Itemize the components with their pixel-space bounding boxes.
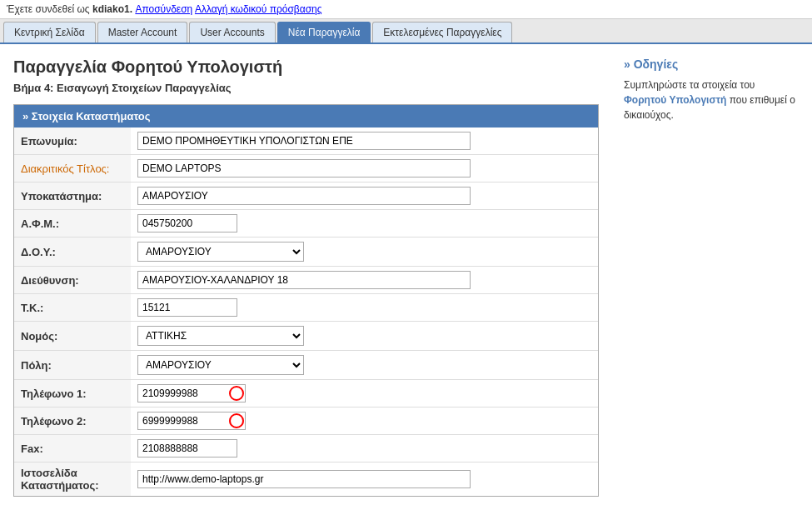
- table-row: Τ.Κ.:: [14, 294, 598, 322]
- select-nomos[interactable]: ΑΤΤΙΚΗΣ: [137, 326, 304, 346]
- section-header: » Στοιχεία Καταστήματος: [14, 105, 598, 128]
- instructions-text-part1: Συμπληρώστε τα στοιχεία του: [624, 79, 755, 91]
- username: kdiako1.: [92, 3, 132, 15]
- table-row: Πόλη: ΑΜΑΡΟΥΣΙΟΥ: [14, 351, 598, 380]
- input-afm[interactable]: [137, 214, 237, 232]
- instructions-text-highlighted: Φορητού Υπολογιστή: [624, 94, 726, 106]
- logout-link[interactable]: Αποσύνδεση: [135, 3, 192, 15]
- table-row: Υποκατάστημα:: [14, 182, 598, 210]
- label-nomos: Νομός:: [14, 322, 131, 351]
- label-ypokatasthma: Υποκατάστημα:: [14, 182, 131, 210]
- label-phone2: Τηλέφωνο 2:: [14, 408, 131, 435]
- label-eponymia: Επωνυμία:: [14, 128, 131, 155]
- tab-master[interactable]: Master Account: [97, 22, 188, 42]
- label-website: Ιστοσελίδα Καταστήματος:: [14, 462, 131, 497]
- input-eponymia[interactable]: [137, 132, 471, 150]
- left-panel: Παραγγελία Φορητού Υπολογιστή Βήμα 4: Ει…: [13, 58, 599, 497]
- label-diakritos: Διακριτικός Τίτλος:: [14, 155, 131, 182]
- tab-completed[interactable]: Εκτελεσμένες Παραγγελίες: [372, 22, 512, 42]
- label-fax: Fax:: [14, 435, 131, 462]
- table-row: Τηλέφωνο 1:: [14, 380, 598, 408]
- label-poli: Πόλη:: [14, 351, 131, 380]
- label-tk: Τ.Κ.:: [14, 294, 131, 322]
- label-diefthinsi: Διεύθυνση:: [14, 267, 131, 294]
- input-phone1[interactable]: [137, 384, 246, 402]
- tab-users[interactable]: User Accounts: [189, 22, 275, 42]
- main-content: Παραγγελία Φορητού Υπολογιστή Βήμα 4: Ει…: [0, 44, 812, 505]
- change-password-link[interactable]: Αλλαγή κωδικού πρόσβασης: [195, 3, 322, 15]
- form-table: Επωνυμία: Διακριτικός Τίτλος: Υποκατάστη…: [14, 128, 598, 496]
- table-row: Δ.Ο.Υ.: ΑΜΑΡΟΥΣΙΟΥ: [14, 238, 598, 267]
- right-panel: » Οδηγίες Συμπληρώστε τα στοιχεία του Φο…: [615, 58, 799, 497]
- phone2-wrapper: [137, 412, 246, 430]
- select-doy[interactable]: ΑΜΑΡΟΥΣΙΟΥ: [137, 242, 304, 262]
- table-row: Α.Φ.Μ.:: [14, 210, 598, 238]
- table-row: Διακριτικός Τίτλος:: [14, 155, 598, 182]
- input-phone2[interactable]: [137, 412, 246, 430]
- input-tk[interactable]: [137, 298, 237, 317]
- table-row: Ιστοσελίδα Καταστήματος:: [14, 462, 598, 497]
- label-afm: Α.Φ.Μ.:: [14, 210, 131, 238]
- table-row: Διεύθυνση:: [14, 267, 598, 294]
- input-diakritos[interactable]: [137, 159, 471, 178]
- input-fax[interactable]: [137, 439, 237, 458]
- table-row: Επωνυμία:: [14, 128, 598, 155]
- top-bar: Έχετε συνδεθεί ως kdiako1. Αποσύνδεση Αλ…: [0, 0, 812, 19]
- page-title: Παραγγελία Φορητού Υπολογιστή: [13, 58, 599, 77]
- label-phone1: Τηλέφωνο 1:: [14, 380, 131, 408]
- nav-tabs: Κεντρική Σελίδα Master Account User Acco…: [0, 19, 812, 44]
- instructions-text: Συμπληρώστε τα στοιχεία του Φορητού Υπολ…: [624, 78, 799, 122]
- input-diefthinsi[interactable]: [137, 271, 471, 289]
- select-poli[interactable]: ΑΜΑΡΟΥΣΙΟΥ: [137, 355, 304, 375]
- phone1-wrapper: [137, 384, 246, 402]
- table-row: Fax:: [14, 435, 598, 462]
- section-box: » Στοιχεία Καταστήματος Επωνυμία: Διακρι…: [13, 104, 599, 497]
- tab-home[interactable]: Κεντρική Σελίδα: [3, 22, 96, 42]
- page-subtitle: Βήμα 4: Εισαγωγή Στοιχείων Παραγγελίας: [13, 82, 599, 94]
- instructions-title: » Οδηγίες: [624, 58, 799, 71]
- input-ypokatasthma[interactable]: [137, 187, 471, 205]
- input-website[interactable]: [137, 470, 471, 488]
- table-row: Τηλέφωνο 2:: [14, 408, 598, 435]
- table-row: Νομός: ΑΤΤΙΚΗΣ: [14, 322, 598, 351]
- label-doy: Δ.Ο.Υ.:: [14, 238, 131, 267]
- logged-in-text: Έχετε συνδεθεί ως: [7, 3, 90, 15]
- tab-new-order[interactable]: Νέα Παραγγελία: [277, 22, 371, 42]
